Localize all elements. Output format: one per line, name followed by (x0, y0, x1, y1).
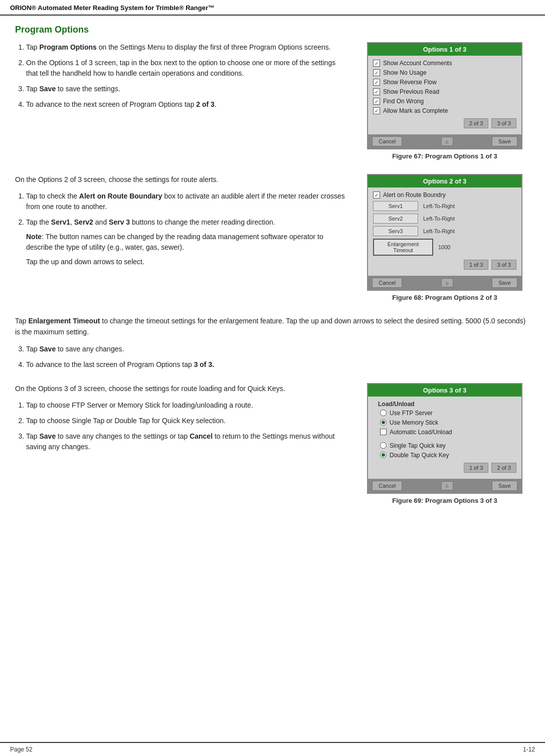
nav3-2of3-btn[interactable]: 2 of 3 (491, 463, 516, 473)
cb-row-4: Show Previous Read (373, 88, 516, 95)
screen-header-1: Options 1 of 3 (368, 43, 521, 56)
serv1-row: Serv1 Left-To-Right (373, 201, 516, 211)
single-tap-radio (380, 442, 387, 449)
screen-nav-1: 2 of 3 3 of 3 (373, 118, 516, 128)
footer-page: Page 52 (10, 746, 33, 753)
save-btn-2[interactable]: Save (492, 278, 517, 288)
single-tap-row: Single Tap Quick key (373, 442, 516, 449)
screen-header-2: Options 2 of 3 (368, 175, 521, 187)
memory-radio (380, 419, 387, 426)
cancel-btn-1[interactable]: Cancel (372, 136, 402, 146)
enlarge-row: Enlargement Timeout 1000 (373, 239, 516, 256)
screen-footer-1: Cancel ⌂ Save (368, 134, 521, 148)
fig69-caption: Figure 69: Program Options 3 of 3 (392, 497, 497, 504)
figure-69: Options 3 of 3 Load/Unload Use FTP Serve… (359, 383, 530, 504)
steps-list-3b: Tap to choose FTP Server or Memory Stick… (15, 400, 347, 452)
footer-section: 1-12 (523, 746, 535, 753)
page-header: ORION® Automated Meter Reading System fo… (0, 0, 545, 16)
cb-account-comments (373, 60, 380, 67)
screen-nav-2: 1 of 3 3 of 3 (373, 260, 516, 270)
step-3: Tap Save to save the settings. (26, 84, 347, 94)
cb-alert-route-box (373, 192, 380, 199)
bold-save-1: Save (39, 85, 56, 93)
home-icon-1: ⌂ (441, 137, 453, 146)
bold-enlarge: Enlargement Timeout (28, 317, 100, 325)
bold-save-3b: Save (39, 432, 56, 440)
cb-alert-route: Alert on Route Boundry (373, 192, 516, 199)
screen-body-1: Show Account Comments Show No Usage Show… (368, 56, 521, 134)
step-3b-1: Tap to choose FTP Server or Memory Stick… (26, 400, 347, 411)
screen-body-2: Alert on Route Boundry Serv1 Left-To-Rig… (368, 187, 521, 276)
bold-serv2: Serv2 (74, 218, 93, 226)
serv2-row: Serv2 Left-To-Right (373, 214, 516, 224)
cb-row-5: Find On Wrong (373, 98, 516, 105)
cb-row-6: Allow Mark as Complete (373, 107, 516, 114)
fig67-caption: Figure 67: Program Options 1 of 3 (392, 152, 497, 160)
bold-alert-route: Alert on Route Boundary (79, 192, 162, 200)
nav-3of3-btn[interactable]: 3 of 3 (491, 118, 516, 128)
ftp-radio (380, 410, 387, 416)
cancel-btn-3[interactable]: Cancel (372, 481, 402, 491)
bold-serv1: Serv1 (51, 218, 70, 226)
header-title: ORION® Automated Meter Reading System fo… (10, 4, 215, 12)
nav2-1of3-btn[interactable]: 1 of 3 (464, 260, 489, 270)
screen-footer-2: Cancel ⌂ Save (368, 276, 521, 290)
bold-serv3: Serv 3 (109, 218, 130, 226)
bold-save-3a: Save (39, 345, 56, 353)
figure-69-col: Options 3 of 3 Load/Unload Use FTP Serve… (359, 383, 530, 509)
bold-2of3: 2 of 3 (196, 100, 215, 108)
cb-reverse-flow (373, 79, 380, 86)
steps-list-1: Tap Program Options on the Settings Menu… (15, 42, 347, 110)
cb-find-wrong (373, 98, 380, 105)
double-tap-radio-fill (382, 453, 385, 457)
enlarge-btn[interactable]: Enlargement Timeout (373, 239, 433, 256)
cancel-btn-2[interactable]: Cancel (372, 278, 402, 288)
memory-radio-row: Use Memory Stick (373, 419, 516, 426)
memory-radio-fill (382, 421, 385, 424)
serv3-btn[interactable]: Serv3 (373, 226, 418, 236)
cb-allow-mark (373, 107, 380, 114)
section-part2: On the Options 2 of 3 screen, choose the… (15, 174, 530, 306)
steps-col3: On the Options 3 of 3 screen, choose the… (15, 383, 347, 509)
cb-previous-read (373, 88, 380, 95)
step-3b-2: Tap to choose Single Tap or Double Tap f… (26, 416, 347, 426)
nav-2of3-btn[interactable]: 2 of 3 (464, 118, 489, 128)
figure-68: Options 2 of 3 Alert on Route Boundry Se… (359, 174, 530, 301)
auto-load-row: Automatic Load/Unload (373, 429, 516, 436)
bold-cancel-3b: Cancel (190, 432, 213, 440)
enlargement-para: Tap Enlargement Timeout to change the ti… (15, 315, 530, 338)
ftp-radio-row: Use FTP Server (373, 410, 516, 417)
screen-body-3: Load/Unload Use FTP Server Use Memory St… (368, 397, 521, 479)
steps-col1: Tap Program Options on the Settings Menu… (15, 42, 347, 165)
figure-67-col: Options 1 of 3 Show Account Comments Sho… (359, 42, 530, 165)
serv3-row: Serv3 Left-To-Right (373, 226, 516, 236)
figure-68-col: Options 2 of 3 Alert on Route Boundry Se… (359, 174, 530, 306)
cb-no-usage (373, 69, 380, 76)
screen-header-3: Options 3 of 3 (368, 384, 521, 397)
section-part1: Tap Program Options on the Settings Menu… (15, 42, 530, 165)
step-4: To advance to the next screen of Program… (26, 99, 347, 110)
nav2-3of3-btn[interactable]: 3 of 3 (491, 260, 516, 270)
save-btn-1[interactable]: Save (492, 136, 517, 146)
save-btn-3[interactable]: Save (492, 481, 517, 491)
screen-options-2of3: Options 2 of 3 Alert on Route Boundry Se… (367, 174, 522, 291)
serv2-btn[interactable]: Serv2 (373, 214, 418, 224)
step-3a-3: Tap Save to save any changes. (26, 344, 530, 354)
step-2-1: Tap to check the Alert on Route Boundary… (26, 191, 347, 212)
serv1-btn[interactable]: Serv1 (373, 201, 418, 211)
bold-3of3: 3 of 3. (194, 360, 214, 368)
section-part3: On the Options 3 of 3 screen, choose the… (15, 383, 530, 509)
cb-row-3: Show Reverse Flow (373, 79, 516, 86)
section-title: Program Options (15, 25, 530, 35)
bold-program-options: Program Options (39, 43, 96, 51)
step-2: On the Options 1 of 3 screen, tap in the… (26, 58, 347, 79)
home-icon-2: ⌂ (441, 278, 453, 287)
auto-load-cb (380, 429, 387, 435)
screen-footer-3: Cancel ⌂ Save (368, 479, 521, 493)
double-tap-row: Double Tap Quick Key (373, 452, 516, 459)
options3-intro: On the Options 3 of 3 screen, choose the… (15, 383, 347, 394)
figure-67: Options 1 of 3 Show Account Comments Sho… (359, 42, 530, 160)
options2-intro: On the Options 2 of 3 screen, choose the… (15, 174, 347, 185)
nav3-1of3-btn[interactable]: 1 of 3 (464, 463, 489, 473)
home-icon-3: ⌂ (441, 481, 453, 490)
